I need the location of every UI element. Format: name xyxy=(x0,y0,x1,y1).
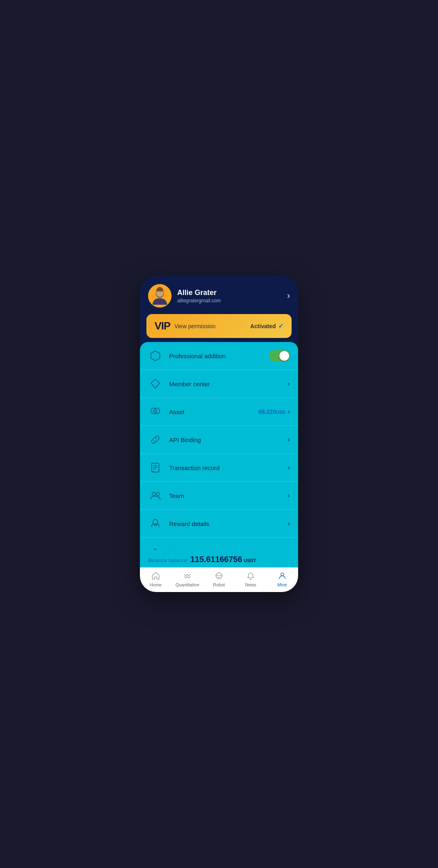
svg-point-14 xyxy=(152,492,155,496)
avatar xyxy=(148,284,172,308)
menu-item-transaction-record[interactable]: Transaction record › xyxy=(140,454,298,482)
nav-item-news[interactable]: News xyxy=(238,571,263,587)
nav-label-quantitative: Quantitative xyxy=(176,582,200,587)
svg-marker-4 xyxy=(151,351,160,361)
quantitative-icon xyxy=(182,571,192,581)
svg-text:€: € xyxy=(155,410,157,412)
menu-label-transaction-record: Transaction record xyxy=(169,464,288,471)
chevron-right-icon: › xyxy=(288,436,290,443)
menu-item-reward-details[interactable]: Reward details › xyxy=(140,510,298,538)
phone-inner: Allie Grater alliegratergmail.com › VIP … xyxy=(140,276,298,592)
svg-point-32 xyxy=(281,573,283,576)
user-name: Allie Grater xyxy=(177,288,221,297)
svg-line-17 xyxy=(151,523,153,527)
chevron-right-icon: › xyxy=(288,380,290,387)
svg-rect-3 xyxy=(154,299,165,305)
chevron-right-icon: › xyxy=(288,408,290,415)
menu-item-member-center[interactable]: Member center › xyxy=(140,370,298,398)
balance-label: Binance balance: xyxy=(148,557,189,563)
link-icon xyxy=(148,432,163,447)
nav-label-news: News xyxy=(245,582,256,587)
content-area: Professional addition Member center › xyxy=(140,342,298,567)
menu-label-api-binding: API Binding xyxy=(169,436,288,443)
svg-text:$: $ xyxy=(152,410,154,412)
vip-badge: VIP xyxy=(155,320,170,332)
nav-label-robot: Robot xyxy=(213,582,225,587)
vip-check-icon: ✓ xyxy=(278,322,283,330)
menu-label-reward-details: Reward details xyxy=(169,520,288,527)
menu-label-professional-addition: Professional addition xyxy=(169,353,269,359)
svg-rect-10 xyxy=(152,463,159,472)
share-icon xyxy=(148,544,163,550)
professional-addition-toggle[interactable] xyxy=(269,350,290,361)
menu-item-share[interactable]: Share › xyxy=(140,538,298,550)
svg-point-28 xyxy=(219,575,221,576)
svg-point-27 xyxy=(217,575,219,576)
menu-label-share: Share xyxy=(169,548,288,550)
nav-label-mine: Mine xyxy=(277,582,287,587)
reward-icon xyxy=(148,516,163,531)
menu-label-asset: Asset xyxy=(169,408,259,415)
menu-label-member-center: Member center xyxy=(169,381,288,387)
robot-icon xyxy=(214,571,224,581)
home-icon xyxy=(151,571,161,581)
menu-list: Professional addition Member center › xyxy=(140,342,298,550)
balance-unit: USDT xyxy=(244,558,256,563)
svg-point-15 xyxy=(156,492,159,496)
chevron-right-icon: › xyxy=(288,492,290,499)
hexagon-icon xyxy=(148,348,163,363)
header-chevron-icon[interactable]: › xyxy=(287,291,290,301)
svg-line-18 xyxy=(158,523,159,527)
nav-item-robot[interactable]: Robot xyxy=(207,571,231,587)
chevron-right-icon: › xyxy=(288,548,290,550)
asset-value: 68.220USD xyxy=(259,408,286,415)
header-left: Allie Grater alliegratergmail.com xyxy=(148,284,221,308)
balance-amount: 115.61166756 xyxy=(190,555,242,564)
vip-permission-text: View permission xyxy=(174,323,216,329)
header: Allie Grater alliegratergmail.com › xyxy=(140,276,298,314)
menu-item-professional-addition[interactable]: Professional addition xyxy=(140,342,298,370)
toggle-knob xyxy=(279,351,289,361)
user-info: Allie Grater alliegratergmail.com xyxy=(177,288,221,303)
chevron-right-icon: › xyxy=(288,464,290,471)
svg-marker-5 xyxy=(151,379,160,388)
menu-item-api-binding[interactable]: API Binding › xyxy=(140,426,298,454)
user-email: alliegratergmail.com xyxy=(177,298,221,304)
menu-item-asset[interactable]: $ € Asset 68.220USD › xyxy=(140,398,298,426)
vip-status: Activated ✓ xyxy=(250,322,283,330)
phone-container: Allie Grater alliegratergmail.com › VIP … xyxy=(140,276,298,592)
menu-label-team: Team xyxy=(169,492,288,499)
balance-footer: Binance balance: 115.61166756 USDT xyxy=(140,550,298,567)
nav-item-mine[interactable]: Mine xyxy=(270,571,294,587)
receipt-icon xyxy=(148,460,163,475)
bell-icon xyxy=(246,571,256,581)
menu-item-team[interactable]: Team › xyxy=(140,482,298,510)
coins-icon: $ € xyxy=(148,404,163,419)
person-icon xyxy=(277,571,287,581)
vip-left: VIP View permission xyxy=(155,320,216,332)
nav-item-quantitative[interactable]: Quantitative xyxy=(175,571,200,587)
chevron-right-icon: › xyxy=(288,520,290,527)
diamond-icon xyxy=(148,376,163,391)
bottom-nav: Home Quantitative xyxy=(140,567,298,592)
nav-item-home[interactable]: Home xyxy=(144,571,168,587)
vip-status-text: Activated xyxy=(250,323,276,329)
vip-card[interactable]: VIP View permission Activated ✓ xyxy=(146,314,292,338)
nav-label-home: Home xyxy=(150,582,161,587)
users-icon xyxy=(148,488,163,503)
